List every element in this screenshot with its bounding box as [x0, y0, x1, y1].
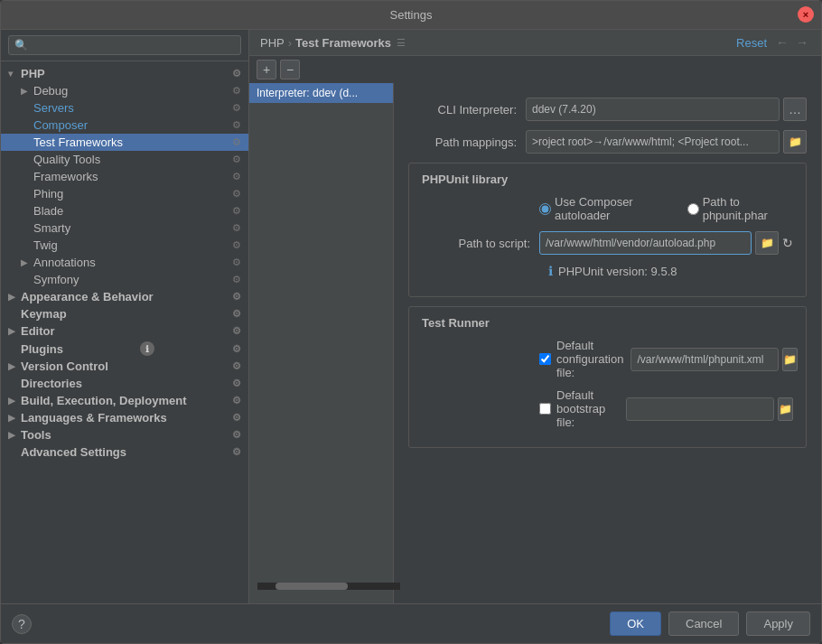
nav-back-button[interactable]: ← [774, 35, 790, 50]
breadcrumb-menu-icon[interactable]: ☰ [397, 37, 406, 49]
toolbar: + − [249, 56, 821, 83]
cli-interpreter-select[interactable]: ddev (7.4.20) [526, 98, 780, 121]
default-config-checkbox[interactable] [539, 353, 551, 365]
default-bootstrap-browse-button[interactable]: 📁 [778, 397, 793, 421]
sidebar-item-symfony[interactable]: Symfony ⚙ [1, 271, 248, 288]
default-config-label: Default configuration file: [556, 339, 623, 379]
default-bootstrap-label: Default bootstrap file: [556, 388, 619, 429]
sidebar-item-php[interactable]: ▾ PHP ⚙ [1, 65, 248, 82]
breadcrumb-bar: PHP › Test Frameworks ☰ Reset ← → [249, 30, 821, 56]
expand-arrow-php: ▾ [8, 69, 21, 79]
expand-arrow-annotations: ▶ [21, 257, 33, 267]
radio-composer-label[interactable]: Use Composer autoloader [539, 195, 673, 222]
horizontal-scrollbar[interactable] [257, 583, 394, 590]
sidebar-item-frameworks[interactable]: Frameworks ⚙ [1, 168, 248, 185]
bottom-bar: ? OK Cancel Apply [1, 603, 821, 643]
right-panel: PHP › Test Frameworks ☰ Reset ← → + − [249, 30, 821, 603]
sidebar-item-debug[interactable]: ▶ Debug ⚙ [1, 82, 248, 99]
gear-icon-test-frameworks: ⚙ [232, 136, 241, 148]
interpreter-node[interactable]: Interpreter: ddev (d... [249, 83, 393, 103]
gear-icon-php: ⚙ [232, 68, 241, 79]
radio-phpunit-input[interactable] [687, 203, 699, 215]
path-to-script-browse-button[interactable]: 📁 [755, 231, 779, 255]
path-mappings-input[interactable] [526, 130, 780, 154]
cancel-button[interactable]: Cancel [668, 611, 739, 636]
apply-button[interactable]: Apply [746, 611, 810, 636]
default-bootstrap-input[interactable] [626, 397, 774, 421]
sidebar-item-twig[interactable]: Twig ⚙ [1, 237, 248, 254]
breadcrumb-parent[interactable]: PHP [260, 36, 285, 50]
sidebar-item-keymap[interactable]: Keymap ⚙ [1, 305, 248, 322]
scrollbar-thumb [276, 583, 348, 590]
breadcrumb-separator: › [288, 36, 292, 50]
sidebar-item-label: Appearance & Behavior [21, 290, 154, 303]
sidebar-item-editor[interactable]: ▶ Editor ⚙ [1, 322, 248, 340]
sidebar-item-label: Languages & Frameworks [21, 411, 167, 425]
cli-interpreter-label: CLI Interpreter: [408, 103, 526, 117]
sidebar-item-smarty[interactable]: Smarty ⚙ [1, 219, 248, 237]
path-to-script-input[interactable] [539, 231, 752, 255]
sidebar-item-composer[interactable]: Composer ⚙ [1, 117, 248, 134]
sidebar-item-plugins[interactable]: Plugins ℹ ⚙ [1, 340, 248, 358]
sidebar-item-blade[interactable]: Blade ⚙ [1, 202, 248, 219]
expand-arrow-languages: ▶ [8, 413, 21, 423]
content-area: Interpreter: ddev (d... CLI Interpreter:… [249, 83, 821, 603]
sidebar-item-version-control[interactable]: ▶ Version Control ⚙ [1, 358, 248, 375]
default-config-browse-button[interactable]: 📁 [782, 348, 798, 371]
default-bootstrap-checkbox[interactable] [539, 403, 551, 415]
test-runner-title: Test Runner [422, 316, 793, 330]
close-button[interactable]: × [798, 6, 814, 23]
sidebar-item-advanced[interactable]: Advanced Settings ⚙ [1, 443, 248, 461]
sidebar-item-build[interactable]: ▶ Build, Execution, Deployment ⚙ [1, 392, 248, 409]
sidebar-item-directories[interactable]: Directories ⚙ [1, 375, 248, 392]
gear-icon-composer: ⚙ [232, 119, 241, 131]
sidebar-item-servers[interactable]: Servers ⚙ [1, 99, 248, 117]
sidebar-item-test-frameworks[interactable]: Test Frameworks ⚙ [1, 134, 248, 151]
expand-arrow-editor: ▶ [8, 326, 21, 336]
gear-icon-frameworks: ⚙ [232, 171, 241, 182]
default-config-row: Default configuration file: 📁 [422, 339, 793, 379]
main-content: ▾ PHP ⚙ ▶ Debug ⚙ Servers ⚙ Composer [1, 30, 821, 603]
breadcrumb-current: Test Frameworks [295, 36, 391, 50]
sidebar-item-languages[interactable]: ▶ Languages & Frameworks ⚙ [1, 409, 248, 426]
sidebar-item-phing[interactable]: Phing ⚙ [1, 185, 248, 202]
gear-icon-twig: ⚙ [232, 239, 241, 251]
gear-icon-annotations: ⚙ [232, 257, 241, 268]
gear-icon-build: ⚙ [232, 395, 241, 406]
expand-arrow-debug: ▶ [21, 86, 33, 96]
sidebar-item-tools[interactable]: ▶ Tools ⚙ [1, 426, 248, 443]
cli-interpreter-edit-button[interactable]: … [783, 98, 807, 121]
sidebar-item-label: Annotations [33, 256, 96, 269]
path-mappings-browse-button[interactable]: 📁 [783, 130, 807, 154]
default-bootstrap-checkbox-label[interactable]: Default bootstrap file: [539, 388, 619, 429]
default-config-input[interactable] [631, 348, 779, 371]
remove-button[interactable]: − [280, 60, 300, 79]
add-button[interactable]: + [257, 60, 276, 79]
info-icon: ℹ [548, 264, 553, 278]
sidebar-item-appearance[interactable]: ▶ Appearance & Behavior ⚙ [1, 288, 248, 305]
gear-icon-editor: ⚙ [232, 325, 241, 337]
sidebar-item-annotations[interactable]: ▶ Annotations ⚙ [1, 254, 248, 271]
search-bar [1, 30, 248, 61]
radio-composer-input[interactable] [539, 203, 551, 215]
help-button[interactable]: ? [12, 614, 32, 634]
sidebar-item-label: Directories [21, 377, 82, 390]
cli-interpreter-row: CLI Interpreter: ddev (7.4.20) … [408, 98, 807, 121]
expand-arrow-build: ▶ [8, 396, 21, 406]
radio-phpunit-label[interactable]: Path to phpunit.phar [687, 195, 793, 222]
version-info-row: ℹ PHPUnit version: 9.5.8 [548, 264, 793, 278]
default-config-checkbox-label[interactable]: Default configuration file: [539, 339, 623, 379]
nav-forward-button[interactable]: → [794, 35, 810, 50]
sidebar-item-quality-tools[interactable]: Quality Tools ⚙ [1, 151, 248, 168]
dialog-title: Settings [390, 8, 433, 22]
sidebar-item-label: Advanced Settings [21, 445, 126, 459]
radio-row: Use Composer autoloader Path to phpunit.… [422, 195, 793, 222]
gear-icon-phing: ⚙ [232, 188, 241, 200]
path-to-script-refresh-button[interactable]: ↻ [782, 236, 793, 250]
gear-icon-directories: ⚙ [232, 378, 241, 389]
ok-button[interactable]: OK [610, 611, 661, 636]
default-bootstrap-row: Default bootstrap file: 📁 [422, 388, 793, 429]
sidebar-item-label: Editor [21, 324, 55, 338]
reset-button[interactable]: Reset [736, 36, 767, 50]
search-input[interactable] [8, 35, 241, 55]
